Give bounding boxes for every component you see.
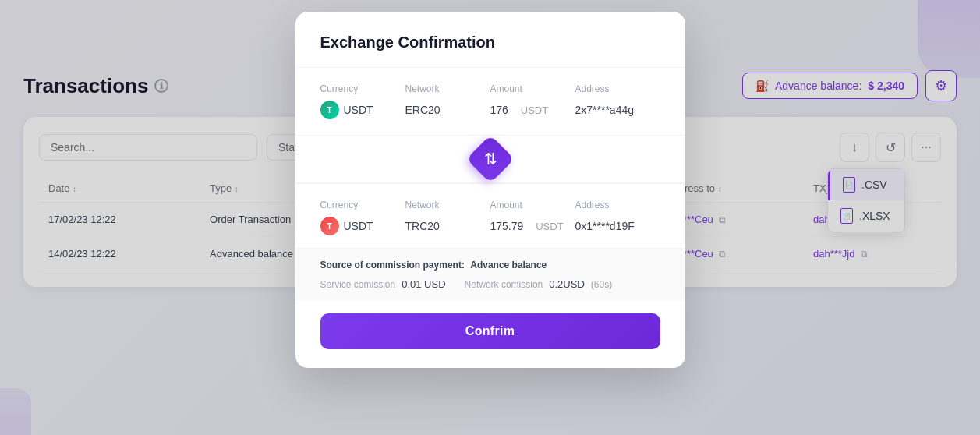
exchange-col-headers-bottom: Currency Network Amount Address xyxy=(320,200,660,210)
arrow-diamond: ⇅ xyxy=(465,135,514,183)
exchange-row-bottom: T USDT TRC20 175.79 USDT 0x1****d19F xyxy=(320,217,660,235)
top-address: 2x7****a44g xyxy=(575,104,660,116)
modal-title: Exchange Confirmation xyxy=(320,34,660,51)
confirm-button[interactable]: Confrim xyxy=(320,313,660,349)
commission-section: Source of commission payment: Advance ba… xyxy=(295,248,685,301)
top-currency: T USDT xyxy=(320,101,405,119)
commission-row: Service comission 0,01 USD Network comis… xyxy=(320,278,660,290)
swap-icon: ⇅ xyxy=(483,151,497,167)
usdt-icon-top: T xyxy=(320,101,339,119)
exchange-top-section: Currency Network Amount Address T USDT E… xyxy=(295,68,685,135)
top-amount: 176 USDT xyxy=(490,104,575,116)
usdt-icon-bottom: T xyxy=(320,217,339,235)
bottom-amount: 175.79 USDT xyxy=(490,220,575,232)
commission-source: Source of commission payment: Advance ba… xyxy=(320,260,660,271)
exchange-row-top: T USDT ERC20 176 USDT 2x7****a44g xyxy=(320,101,660,119)
modal-header: Exchange Confirmation xyxy=(295,12,685,68)
bottom-network: TRC20 xyxy=(405,220,490,232)
exchange-divider: ⇅ xyxy=(295,135,685,183)
modal-overlay[interactable]: Exchange Confirmation Currency Network A… xyxy=(0,0,980,435)
exchange-confirmation-modal: Exchange Confirmation Currency Network A… xyxy=(295,12,685,368)
bottom-address: 0x1****d19F xyxy=(575,220,660,232)
confirm-section: Confrim xyxy=(295,301,685,368)
network-commission-item: Network comission 0.2USD (60s) xyxy=(465,278,613,290)
bottom-currency: T USDT xyxy=(320,217,405,235)
service-commission-item: Service comission 0,01 USD xyxy=(320,278,446,290)
exchange-bottom-section: Currency Network Amount Address T USDT T… xyxy=(295,183,685,248)
top-network: ERC20 xyxy=(405,104,490,116)
exchange-col-headers-top: Currency Network Amount Address xyxy=(320,83,660,94)
